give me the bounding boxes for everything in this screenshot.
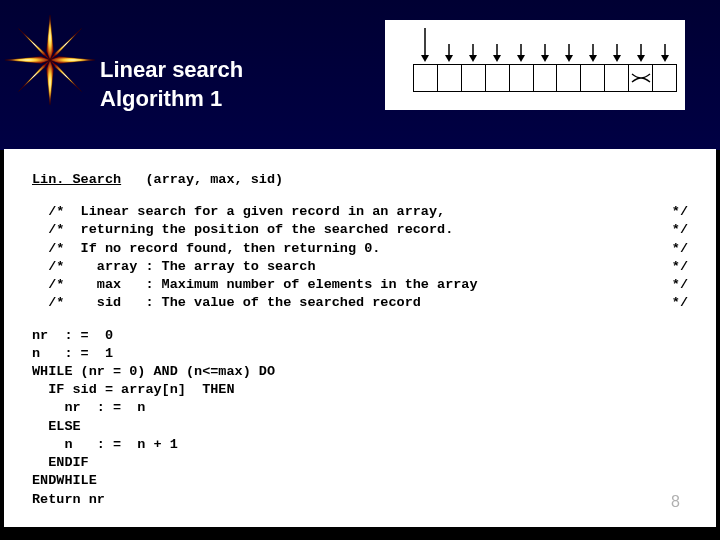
target-x-icon (631, 71, 651, 85)
diagram-cell (462, 65, 486, 91)
slide-title: Linear search Algorithm 1 (100, 56, 243, 113)
comment-line: /* Linear search for a given record in a… (32, 203, 688, 221)
svg-marker-19 (541, 55, 549, 62)
slide-header: Linear search Algorithm 1 (0, 0, 720, 150)
arrow-down-icon (509, 44, 533, 62)
diagram-cell (534, 65, 558, 91)
diagram-cell (605, 65, 629, 91)
svg-marker-0 (46, 15, 53, 60)
diagram-cell (557, 65, 581, 91)
svg-marker-3 (5, 56, 50, 63)
svg-marker-11 (445, 55, 453, 62)
title-line-1: Linear search (100, 56, 243, 85)
diagram-arrows-row (391, 26, 679, 62)
svg-marker-21 (565, 55, 573, 62)
comment-line: /* If no record found, then returning 0.… (32, 240, 688, 258)
svg-marker-6 (19, 60, 51, 92)
arrow-down-icon (437, 44, 461, 62)
title-line-2: Algorithm 1 (100, 85, 243, 114)
procedure-name: Lin. Search (32, 172, 121, 187)
arrow-down-icon (461, 44, 485, 62)
svg-marker-23 (589, 55, 597, 62)
diagram-cell (629, 65, 653, 91)
svg-marker-25 (613, 55, 621, 62)
diagram-cell (510, 65, 534, 91)
procedure-signature: Lin. Search (array, max, sid) (32, 171, 688, 189)
svg-marker-7 (19, 29, 51, 61)
svg-marker-5 (50, 60, 82, 92)
diagram-cell (486, 65, 510, 91)
arrow-down-icon (485, 44, 509, 62)
svg-marker-13 (469, 55, 477, 62)
arrow-down-icon (413, 28, 437, 62)
arrow-down-icon (533, 44, 557, 62)
svg-marker-29 (661, 55, 669, 62)
comment-line: /* sid : The value of the searched recor… (32, 294, 688, 312)
arrow-down-icon (605, 44, 629, 62)
svg-marker-4 (50, 29, 82, 61)
comment-line: /* max : Maximum number of elements in t… (32, 276, 688, 294)
slide-content: Lin. Search (array, max, sid) /* Linear … (4, 149, 716, 527)
diagram-cell (653, 65, 676, 91)
svg-marker-27 (637, 55, 645, 62)
diagram-boxes-row (413, 64, 677, 92)
svg-marker-1 (50, 56, 95, 63)
comment-block: /* Linear search for a given record in a… (32, 203, 688, 312)
array-diagram (385, 20, 685, 110)
svg-marker-2 (46, 60, 53, 105)
code-block: nr : = 0 n : = 1 WHILE (nr = 0) AND (n<=… (32, 327, 688, 509)
arrow-down-icon (581, 44, 605, 62)
procedure-params: (array, max, sid) (145, 172, 283, 187)
svg-marker-9 (421, 55, 429, 62)
diagram-cell (438, 65, 462, 91)
comment-line: /* returning the position of the searche… (32, 221, 688, 239)
page-number: 8 (671, 491, 680, 513)
arrow-down-icon (629, 44, 653, 62)
arrow-down-icon (557, 44, 581, 62)
comment-line: /* array : The array to search*/ (32, 258, 688, 276)
diagram-cell (414, 65, 438, 91)
arrow-down-icon (653, 44, 677, 62)
diagram-cell (581, 65, 605, 91)
svg-marker-17 (517, 55, 525, 62)
starburst-icon (5, 15, 95, 105)
svg-marker-15 (493, 55, 501, 62)
